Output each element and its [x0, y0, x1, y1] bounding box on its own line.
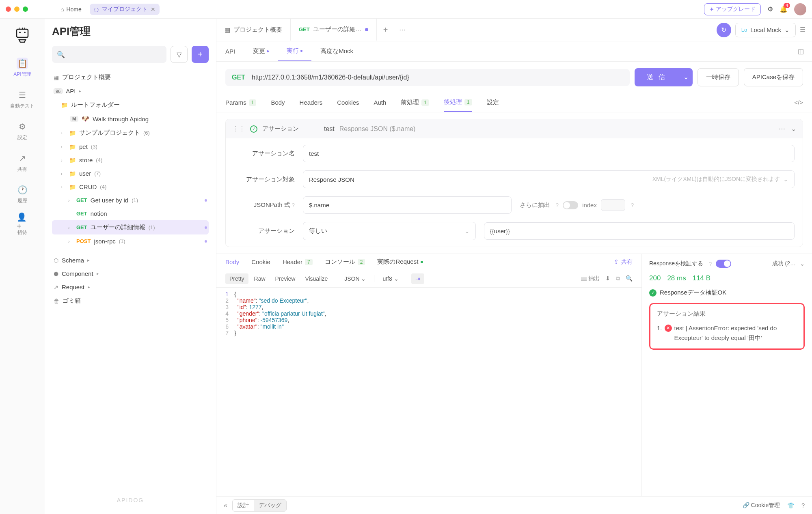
- add-tab-button[interactable]: +: [377, 25, 395, 34]
- minimize-window[interactable]: [14, 6, 19, 12]
- more-tabs-button[interactable]: ⋯: [394, 26, 410, 34]
- project-tab[interactable]: ◌ マイプロジェクト ✕: [90, 4, 160, 15]
- tree-component[interactable]: ⬢ Component ▸: [52, 267, 209, 280]
- drag-handle-icon[interactable]: ⋮⋮: [232, 125, 245, 133]
- panel-toggle-icon[interactable]: ◫: [790, 47, 812, 55]
- tree-trash[interactable]: 🗑 ゴミ箱: [52, 294, 209, 308]
- search-input[interactable]: 🔍: [52, 46, 166, 63]
- help-icon[interactable]: ?: [709, 261, 712, 267]
- tree-folder-store[interactable]: › 📁 store (4): [52, 153, 209, 167]
- reqtab-post[interactable]: 後処理1: [444, 93, 472, 112]
- tree-folder-user[interactable]: › 📁 user (7): [52, 167, 209, 180]
- maximize-window[interactable]: [23, 6, 28, 12]
- reqtab-params[interactable]: Params1: [225, 93, 256, 112]
- tree-folder-sample[interactable]: › 📁 サンプルプロジェクト (6): [52, 126, 209, 140]
- tree-project-overview[interactable]: ▦ プロジェクト概要: [52, 70, 209, 84]
- assertion-target-select[interactable]: Response JSON XML(ライクXML)は自動的にJSONに変換されま…: [303, 170, 795, 188]
- jsonpath-input[interactable]: $.name: [303, 196, 512, 214]
- cookie-mgmt[interactable]: 🔗 Cookie管理: [743, 502, 780, 509]
- subtab-modify[interactable]: 変更: [244, 41, 278, 61]
- filter-button[interactable]: ▽: [171, 46, 188, 63]
- tree-endpoint-jsonrpc[interactable]: › POST json-rpc (1): [52, 234, 209, 248]
- upgrade-button[interactable]: ✦ アップグレード: [704, 3, 761, 15]
- nav-settings[interactable]: ⚙ 設定: [17, 121, 28, 141]
- download-icon[interactable]: ⬇: [605, 275, 610, 282]
- add-button[interactable]: +: [192, 46, 209, 63]
- close-window[interactable]: [6, 6, 11, 12]
- search-icon[interactable]: 🔍: [626, 275, 633, 282]
- tb-raw[interactable]: Raw: [250, 273, 270, 284]
- more-actions-icon[interactable]: ⋯: [779, 125, 785, 133]
- reqtab-cookies[interactable]: Cookies: [337, 93, 359, 112]
- assertion-value-input[interactable]: {{user}}: [484, 222, 795, 240]
- copy-icon[interactable]: ⧉: [616, 275, 620, 282]
- response-share[interactable]: ⇪ 共有: [614, 258, 633, 266]
- reqtab-pre[interactable]: 前処理1: [401, 93, 429, 112]
- send-dropdown[interactable]: ⌄: [679, 68, 693, 86]
- url-input[interactable]: GET http://127.0.0.1:3658/m1/360626-0-de…: [225, 69, 630, 86]
- mode-debug[interactable]: デバッグ: [254, 500, 286, 511]
- validate-toggle[interactable]: [716, 260, 731, 268]
- collapse-icon[interactable]: ⌄: [791, 125, 796, 133]
- help-icon[interactable]: ?: [556, 202, 559, 208]
- user-avatar[interactable]: [794, 3, 806, 15]
- tb-pretty[interactable]: Pretty: [225, 273, 248, 284]
- code-snippet-icon[interactable]: </>: [794, 99, 803, 106]
- nav-history[interactable]: 🕐 履歴: [17, 184, 28, 204]
- close-tab-icon[interactable]: ✕: [151, 6, 155, 13]
- nav-auto-test[interactable]: ☰ 自動テスト: [10, 89, 35, 110]
- tree-request[interactable]: ↗ Request ▸: [52, 280, 209, 294]
- extract-toggle[interactable]: [563, 201, 578, 209]
- reqtab-headers[interactable]: Headers: [300, 93, 323, 112]
- response-body-code[interactable]: 1{ 2 "name": "sed do Excepteur", 3 "id":…: [216, 288, 641, 340]
- tree-api-root[interactable]: 96 API ▸: [52, 84, 209, 98]
- panel-menu-icon[interactable]: ☰: [800, 26, 806, 34]
- subtab-mock[interactable]: 高度なMock: [311, 41, 362, 61]
- tree-schema[interactable]: ⬡ Schema ▸: [52, 254, 209, 267]
- assertion-op-select[interactable]: 等しい ⌄: [303, 222, 476, 240]
- resptab-console[interactable]: コンソール2: [325, 258, 365, 266]
- tree-endpoint-getuser[interactable]: › GET Get user by id (1): [52, 194, 209, 207]
- tb-json[interactable]: JSON ⌄: [340, 273, 370, 284]
- resptab-cookie[interactable]: Cookie: [251, 258, 270, 265]
- tree-folder-crud[interactable]: › 📁 CRUD (4): [52, 180, 209, 194]
- reqtab-body[interactable]: Body: [271, 93, 285, 112]
- help-icon[interactable]: ?: [631, 202, 634, 208]
- collapse-panel-icon[interactable]: «: [224, 502, 227, 509]
- tab-active-endpoint[interactable]: GET ユーザーの詳細…: [290, 19, 377, 41]
- tb-visualize[interactable]: Visualize: [301, 273, 332, 284]
- tree-folder-pet[interactable]: › 📁 pet (3): [52, 140, 209, 153]
- tree-endpoint-notion[interactable]: GET notion: [52, 207, 209, 220]
- refresh-button[interactable]: ↻: [717, 23, 731, 37]
- reqtab-auth[interactable]: Auth: [374, 93, 386, 112]
- extract-button[interactable]: ▤ 抽出: [581, 275, 600, 282]
- tab-overview[interactable]: ▦ プロジェクト概要: [216, 19, 290, 41]
- tb-encoding[interactable]: utf8 ⌄: [378, 273, 402, 284]
- tshirt-icon[interactable]: 👕: [787, 502, 794, 509]
- resptab-body[interactable]: Body: [225, 258, 239, 265]
- nav-api-management[interactable]: 📋 API管理: [13, 58, 31, 78]
- subtab-api[interactable]: API: [216, 41, 244, 61]
- assertion-name-input[interactable]: test: [303, 145, 795, 162]
- tree-walkthrough[interactable]: M 🐶 Walk through Apidog: [52, 112, 209, 126]
- help-icon[interactable]: ?: [292, 202, 295, 208]
- index-input[interactable]: [601, 199, 625, 211]
- assertion-header[interactable]: ⋮⋮ ✓ アサーション test Response JSON ($.name) …: [226, 119, 803, 138]
- send-button[interactable]: 送 信: [635, 68, 678, 86]
- home-button[interactable]: ⌂ Home: [56, 4, 86, 14]
- apicase-button[interactable]: APICaseを保存: [744, 68, 803, 86]
- tmpsave-button[interactable]: 一時保存: [698, 68, 739, 86]
- tb-wrap[interactable]: ⇥: [411, 273, 424, 284]
- tree-root-folder[interactable]: 📁 ルートフォルダー: [52, 98, 209, 112]
- help-icon[interactable]: ?: [801, 502, 805, 509]
- nav-invite[interactable]: 👤+ 招待: [17, 216, 28, 236]
- tb-preview[interactable]: Preview: [271, 273, 300, 284]
- resptab-header[interactable]: Header7: [283, 258, 313, 265]
- resptab-actual[interactable]: 実際のRequest: [377, 258, 423, 266]
- chevron-down-icon[interactable]: ⌄: [800, 260, 805, 267]
- reqtab-settings[interactable]: 設定: [487, 93, 499, 112]
- tree-endpoint-userdetail[interactable]: › GET ユーザーの詳細情報 (1): [52, 220, 209, 234]
- settings-icon[interactable]: ⚙: [767, 5, 773, 13]
- environment-selector[interactable]: Lo Local Mock ⌄: [735, 23, 796, 37]
- subtab-run[interactable]: 実行: [278, 41, 311, 61]
